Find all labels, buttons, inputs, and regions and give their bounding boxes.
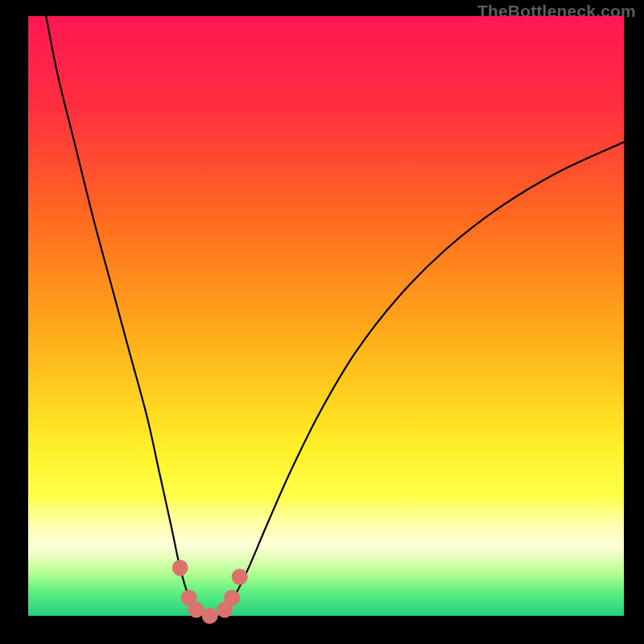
plot-area (28, 16, 624, 616)
curve-left (46, 16, 200, 616)
data-marker (188, 602, 204, 618)
data-marker (172, 559, 188, 576)
data-marker (232, 569, 248, 585)
curve-right (219, 142, 624, 616)
data-marker (224, 590, 240, 606)
data-marker (202, 608, 218, 624)
curve-layer (28, 16, 624, 616)
chart-frame: TheBottleneck.com (0, 0, 644, 644)
marker-group (172, 559, 248, 624)
